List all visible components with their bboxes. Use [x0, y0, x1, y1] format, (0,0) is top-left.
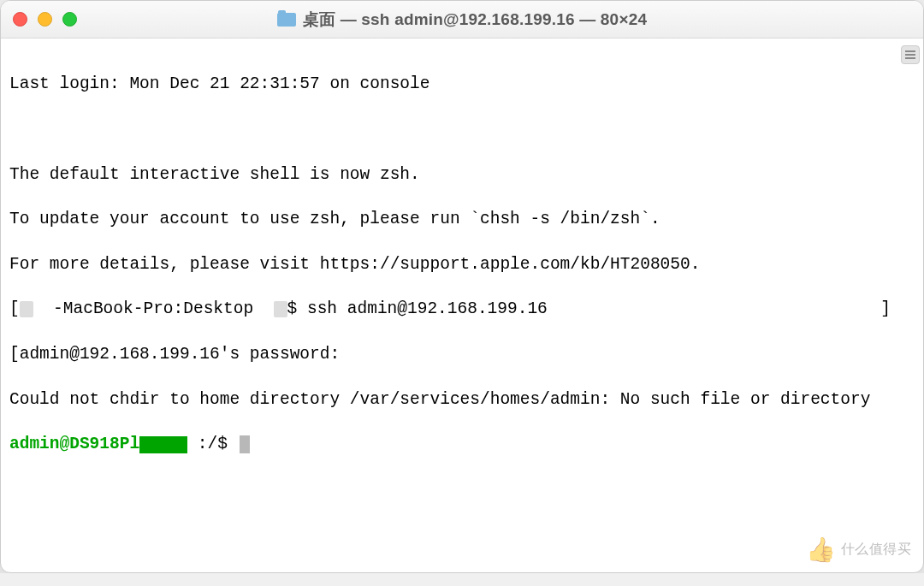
prompt-path: :/$: [187, 435, 238, 453]
terminal-line: [admin@192.168.199.16's password:: [9, 343, 915, 365]
scroll-indicator[interactable]: [901, 45, 920, 64]
terminal-line: Last login: Mon Dec 21 22:31:57 on conso…: [9, 73, 915, 95]
traffic-lights: [13, 12, 77, 27]
redacted-block: [139, 436, 187, 453]
watermark-text: 什么值得买: [841, 541, 912, 559]
terminal-line: To update your account to use zsh, pleas…: [9, 208, 915, 230]
thumb-icon: 👍: [806, 536, 836, 564]
terminal-line: Could not chdir to home directory /var/s…: [9, 388, 915, 411]
minimize-button[interactable]: [38, 12, 52, 27]
bracket: [: [9, 299, 20, 318]
watermark: 👍 什么值得买: [806, 536, 912, 564]
close-button[interactable]: [13, 12, 27, 27]
prompt-user: admin@DS918Pl: [9, 435, 139, 453]
hostname-text: -MacBook-Pro:Desktop: [33, 299, 274, 318]
terminal-output[interactable]: Last login: Mon Dec 21 22:31:57 on conso…: [1, 38, 923, 572]
cursor: [240, 435, 251, 453]
prompt-line: admin@DS918Pl :/$: [9, 433, 915, 455]
window-title: 桌面 — ssh admin@192.168.199.16 — 80×24: [303, 9, 647, 31]
window-title-container: 桌面 — ssh admin@192.168.199.16 — 80×24: [1, 9, 923, 31]
redacted-icon: [274, 301, 287, 318]
terminal-line: For more details, please visit https://s…: [9, 253, 915, 275]
terminal-line: [9, 118, 915, 140]
bracket: ]: [880, 298, 915, 320]
command-text: $ ssh admin@192.168.199.16: [287, 299, 548, 318]
terminal-line: [ -MacBook-Pro:Desktop $ ssh admin@192.1…: [9, 298, 915, 320]
terminal-window: 桌面 — ssh admin@192.168.199.16 — 80×24 La…: [0, 0, 924, 573]
redacted-icon: [20, 301, 33, 318]
zoom-button[interactable]: [62, 12, 77, 27]
titlebar: 桌面 — ssh admin@192.168.199.16 — 80×24: [1, 1, 923, 38]
folder-icon: [277, 13, 296, 27]
terminal-line: The default interactive shell is now zsh…: [9, 163, 915, 186]
